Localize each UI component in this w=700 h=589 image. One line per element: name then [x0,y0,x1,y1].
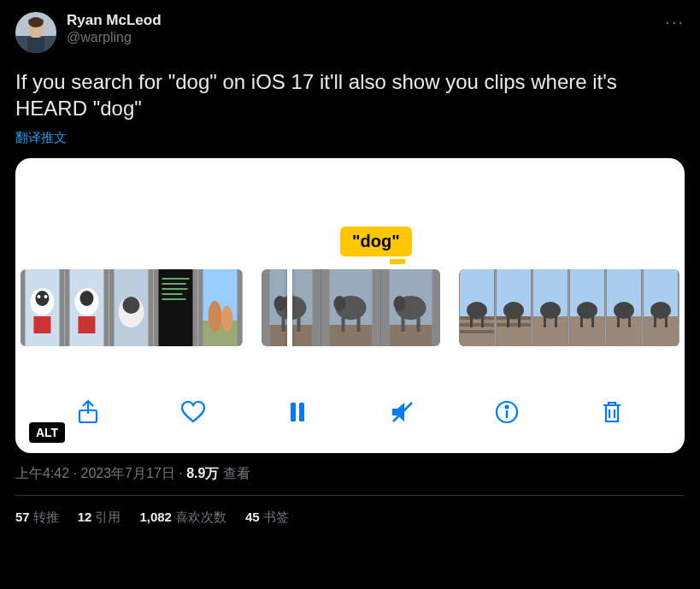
svg-rect-13 [78,316,95,333]
video-frame [154,269,198,346]
bookmarks-stat[interactable]: 45书签 [245,509,289,526]
video-frame [381,269,441,346]
svg-rect-82 [299,403,304,421]
clip-group[interactable] [459,269,679,346]
video-frame [321,269,381,346]
svg-point-42 [393,296,405,311]
svg-point-16 [122,297,139,314]
svg-point-8 [44,295,47,298]
more-button[interactable]: ··· [665,12,685,32]
svg-point-6 [35,291,49,306]
svg-point-25 [208,301,221,332]
video-frame [606,269,643,346]
svg-rect-17 [158,269,192,346]
svg-rect-22 [162,298,185,300]
svg-rect-73 [617,315,620,327]
svg-rect-61 [533,316,568,346]
video-frame [459,269,496,346]
svg-rect-71 [607,316,641,346]
info-button[interactable] [491,397,522,427]
svg-rect-69 [591,315,594,327]
display-name[interactable]: Ryan McLeod [67,12,162,29]
search-tooltip: "dog" [340,227,412,256]
svg-point-77 [650,302,671,319]
svg-point-7 [37,295,40,298]
tweet-meta: 上午4:42 · 2023年7月17日 · 8.9万 查看 [15,465,685,483]
svg-rect-34 [329,325,372,346]
avatar[interactable] [15,12,56,53]
svg-rect-81 [291,403,296,421]
svg-rect-59 [518,315,521,327]
svg-point-30 [274,296,285,311]
svg-rect-76 [644,316,678,346]
svg-rect-40 [389,325,432,346]
svg-rect-56 [497,323,531,327]
playhead-marker [390,259,405,264]
svg-rect-20 [162,288,187,290]
svg-rect-43 [401,316,404,332]
svg-rect-58 [507,315,509,327]
video-frame [532,269,569,346]
time[interactable]: 上午4:42 [15,466,69,480]
clip-group[interactable] [21,269,243,346]
svg-rect-63 [544,315,546,327]
like-button[interactable] [178,397,209,427]
handle[interactable]: @warpling [67,29,162,45]
svg-rect-79 [665,315,668,327]
svg-rect-21 [162,293,182,295]
svg-point-67 [577,302,597,319]
video-frame [21,269,65,346]
svg-rect-48 [460,323,494,327]
svg-point-62 [540,302,561,319]
video-frame [198,269,243,346]
svg-rect-31 [281,316,285,332]
video-frame [496,269,532,346]
tweet-header: Ryan McLeod @warpling ··· [15,12,685,53]
author-names: Ryan McLeod @warpling [67,12,162,46]
svg-rect-51 [470,315,473,327]
svg-point-85 [506,406,509,409]
clip-group[interactable] [262,269,441,346]
svg-rect-66 [570,316,604,346]
svg-rect-44 [416,316,420,332]
playhead[interactable] [287,269,292,346]
views-label: 查看 [219,466,250,480]
views-count: 8.9万 [186,466,219,480]
svg-rect-32 [297,316,300,332]
tweet-text: If you search for "dog" on iOS 17 it'll … [15,68,685,121]
tweet-container: Ryan McLeod @warpling ··· If you search … [0,0,700,526]
svg-rect-74 [628,315,631,327]
translate-link[interactable]: 翻译推文 [15,130,685,146]
media-toolbar [15,397,685,427]
svg-point-36 [333,296,345,311]
pause-button[interactable] [282,397,313,427]
mute-button[interactable] [387,397,418,427]
svg-point-26 [221,306,232,332]
date[interactable]: 2023年7月17日 [80,466,174,480]
svg-rect-18 [162,278,189,280]
svg-point-50 [467,302,487,319]
trash-button[interactable] [597,397,627,427]
video-timeline[interactable] [15,269,685,346]
svg-rect-68 [580,315,583,327]
video-frame [109,269,154,346]
video-frame [643,269,679,346]
share-button[interactable] [73,397,103,427]
svg-rect-38 [356,316,360,332]
svg-rect-64 [555,315,557,327]
svg-point-12 [79,291,93,306]
svg-rect-3 [27,38,44,53]
retweets-stat[interactable]: 57转推 [15,509,59,526]
video-frame [65,269,109,346]
video-frame [569,269,606,346]
media-card[interactable]: "dog" [15,158,685,453]
tweet-stats: 57转推 12引用 1,082喜欢次数 45书签 [15,496,685,526]
svg-rect-37 [341,316,344,332]
svg-rect-52 [481,315,484,327]
svg-point-57 [503,302,524,319]
likes-stat[interactable]: 1,082喜欢次数 [139,509,226,526]
quotes-stat[interactable]: 12引用 [78,509,121,526]
svg-rect-49 [460,330,494,333]
svg-point-72 [614,302,634,319]
alt-badge[interactable]: ALT [29,422,65,443]
